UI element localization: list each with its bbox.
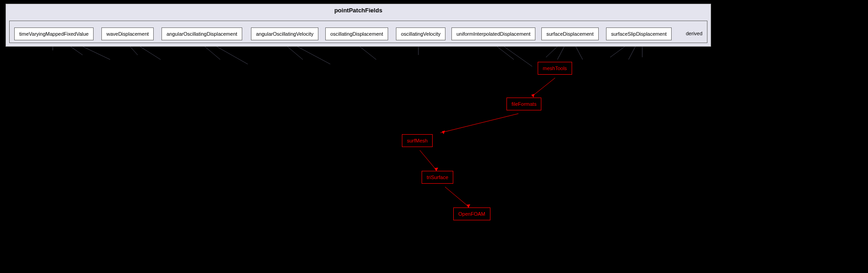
node-meshTools[interactable]: meshTools xyxy=(538,62,572,75)
node-oscillatingVelocity[interactable]: oscillatingVelocity xyxy=(396,27,445,40)
node-surfaceDisplacement[interactable]: surfaceDisplacement xyxy=(541,27,599,40)
node-triSurface[interactable]: triSurface xyxy=(422,171,453,184)
svg-marker-24 xyxy=(442,131,445,134)
node-oscillatingDisplacement[interactable]: oscillatingDisplacement xyxy=(325,27,388,40)
node-surfaceSlipDisplacement[interactable]: surfaceSlipDisplacement xyxy=(606,27,672,40)
svg-line-19 xyxy=(532,78,555,96)
main-group-title[interactable]: pointPatchFields xyxy=(334,7,383,14)
node-angularOscillatingVelocity[interactable]: angularOscillatingVelocity xyxy=(251,27,318,40)
node-timeVaryingMappedFixedValue[interactable]: timeVaryingMappedFixedValue xyxy=(14,27,94,40)
svg-line-22 xyxy=(445,187,468,206)
node-surfMesh[interactable]: surfMesh xyxy=(402,134,433,147)
node-waveDisplacement[interactable]: waveDisplacement xyxy=(101,27,154,40)
node-derived[interactable]: derived xyxy=(681,27,707,39)
node-fileFormats[interactable]: fileFormats xyxy=(506,98,541,110)
diagram-container: pointPatchFields timeVaryingMappedFixedV… xyxy=(0,0,868,273)
node-angularOscillatingDisplacement[interactable]: angularOscillatingDisplacement xyxy=(161,27,242,40)
node-OpenFOAM[interactable]: OpenFOAM xyxy=(453,207,490,220)
svg-line-20 xyxy=(440,114,518,133)
svg-marker-23 xyxy=(531,94,534,98)
node-uniformInterpolatedDisplacement[interactable]: uniformInterpolatedDisplacement xyxy=(451,27,535,40)
svg-line-21 xyxy=(420,150,436,169)
